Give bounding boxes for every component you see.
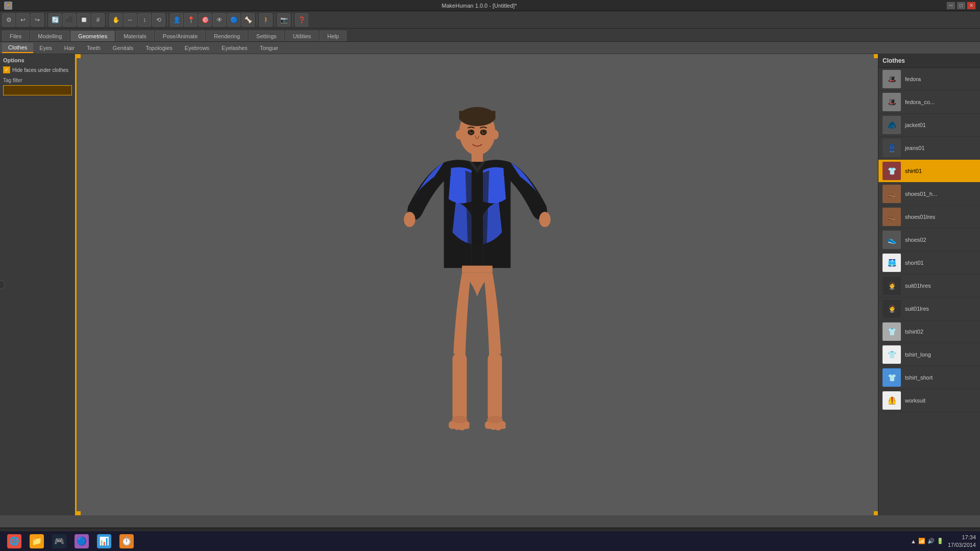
- taskbar-app-chrome[interactable]: 🌐: [4, 533, 24, 550]
- right-panel: Clothes 🎩fedora🎩fedora_co...🧥jacket01👖je…: [878, 54, 980, 515]
- toolbar-btn-9[interactable]: ↔: [124, 13, 137, 27]
- clothes-item-12[interactable]: 👕tshirt_long: [878, 343, 980, 366]
- svg-rect-9: [488, 354, 502, 420]
- clothes-item-6[interactable]: 👞shoes01lres: [878, 206, 980, 229]
- sub-tabs: Clothes Eyes Hair Teeth Genitals Topolog…: [0, 42, 980, 54]
- app-icon: 🧍: [4, 2, 12, 10]
- tab-pose-animate[interactable]: Pose/Animate: [155, 31, 205, 41]
- toolbar-btn-3[interactable]: ↪: [31, 13, 44, 27]
- clothes-item-2[interactable]: 🧥jacket01: [878, 114, 980, 137]
- clothes-item-14[interactable]: 🦺worksuit: [878, 389, 980, 412]
- clothes-item-1[interactable]: 🎩fedora_co...: [878, 91, 980, 114]
- clothes-item-name-12: tshirt_long: [905, 352, 976, 358]
- taskbar-app-files[interactable]: 📁: [27, 533, 47, 550]
- toolbar-btn-1[interactable]: ⚙: [2, 13, 15, 27]
- subtab-tongue[interactable]: Tongue: [254, 43, 284, 53]
- clothes-item-7[interactable]: 👟shoes02: [878, 229, 980, 252]
- taskbar-app-app4[interactable]: 🔵: [71, 533, 92, 550]
- clothes-thumb-11: 👕: [883, 322, 901, 341]
- clothes-item-name-8: short01: [905, 260, 976, 266]
- clothes-thumb-13: 👕: [883, 368, 901, 387]
- tab-materials[interactable]: Materials: [116, 31, 154, 41]
- tray-arrow[interactable]: ▲: [911, 538, 916, 544]
- toolbar-btn-11[interactable]: ⟲: [152, 13, 165, 27]
- taskbar-apps: 🌐📁🎮🔵📊⏱️: [4, 533, 137, 550]
- toolbar-btn-6[interactable]: 🔲: [77, 13, 90, 27]
- tag-filter-input[interactable]: [3, 85, 72, 95]
- tray-network: 📶: [918, 538, 925, 544]
- clothes-thumb-9: 🤵: [883, 277, 901, 295]
- taskbar-time: 17:34 17/03/2014: [948, 534, 976, 548]
- toolbar-btn-7[interactable]: #: [91, 13, 105, 27]
- toolbar-btn-13[interactable]: 📍: [184, 13, 198, 27]
- taskbar-right: ▲ 📶 🔊 🔋 17:34 17/03/2014: [911, 534, 976, 548]
- clothes-item-8[interactable]: 🩳short01: [878, 252, 980, 274]
- clothes-thumb-0: 🎩: [883, 70, 901, 88]
- tray-volume[interactable]: 🔊: [927, 538, 935, 544]
- subtab-teeth[interactable]: Teeth: [81, 43, 107, 53]
- tab-modelling[interactable]: Modelling: [30, 31, 69, 41]
- toolbar-btn-10[interactable]: ↕: [138, 13, 151, 27]
- toolbar-btn-12[interactable]: 👤: [170, 13, 183, 27]
- subtab-eyebrows[interactable]: Eyebrows: [179, 43, 215, 53]
- taskbar-app-app6[interactable]: ⏱️: [116, 533, 137, 550]
- options-title: Options: [3, 57, 72, 63]
- toolbar-btn-14[interactable]: 🎯: [199, 13, 212, 27]
- clothes-item-4[interactable]: 👕shirt01: [878, 160, 980, 183]
- scroll-indicator: [0, 280, 5, 289]
- svg-rect-8: [452, 354, 467, 420]
- subtab-clothes[interactable]: Clothes: [2, 43, 33, 53]
- svg-point-21: [487, 416, 503, 423]
- subtab-eyelashes[interactable]: Eyelashes: [215, 43, 254, 53]
- subtab-hair[interactable]: Hair: [58, 43, 81, 53]
- human-figure: [375, 106, 579, 463]
- tab-rendering[interactable]: Rendering: [206, 31, 248, 41]
- maximize-button[interactable]: □: [957, 2, 966, 10]
- taskbar-app-icon-files: 📁: [30, 534, 44, 548]
- subtab-genitals[interactable]: Genitals: [107, 43, 139, 53]
- clothes-item-name-10: suit01lres: [905, 306, 976, 312]
- tab-help[interactable]: Help: [320, 31, 347, 41]
- separator-1: [46, 14, 46, 26]
- tab-geometries[interactable]: Geometries: [70, 31, 115, 41]
- toolbar-btn-19[interactable]: 📷: [277, 13, 290, 27]
- toolbar-btn-17[interactable]: 🦴: [241, 13, 255, 27]
- hide-faces-checkbox[interactable]: [3, 66, 10, 73]
- taskbar-app-app5[interactable]: 📊: [94, 533, 114, 550]
- clothes-thumb-12: 👕: [883, 345, 901, 364]
- svg-rect-2: [459, 111, 496, 119]
- toolbar-btn-15[interactable]: 👁: [213, 13, 226, 27]
- clothes-item-name-6: shoes01lres: [905, 214, 976, 220]
- time-display: 17:34: [948, 534, 976, 541]
- subtab-topologies[interactable]: Topologies: [139, 43, 179, 53]
- clothes-item-name-13: tshirt_short: [905, 374, 976, 381]
- toolbar-btn-8[interactable]: ✋: [109, 13, 122, 27]
- minimize-button[interactable]: ─: [946, 2, 955, 10]
- window-title: MakeHuman 1.0.0 - [Untitled]*: [12, 3, 946, 9]
- taskbar-app-icon-app5: 📊: [97, 534, 111, 548]
- separator-2: [107, 14, 107, 26]
- clothes-item-name-3: jeans01: [905, 145, 976, 151]
- tab-settings[interactable]: Settings: [249, 31, 284, 41]
- toolbar-btn-16[interactable]: 🔵: [227, 13, 240, 27]
- svg-rect-3: [472, 152, 483, 162]
- clothes-item-5[interactable]: 👞shoes01_h...: [878, 183, 980, 206]
- toolbar-btn-18[interactable]: 🚶: [259, 13, 273, 27]
- toolbar-btn-5[interactable]: ⬛: [63, 13, 76, 27]
- clothes-item-9[interactable]: 🤵suit01hres: [878, 274, 980, 297]
- viewport[interactable]: [77, 54, 878, 515]
- toolbar-btn-20[interactable]: ❓: [295, 13, 308, 27]
- toolbar-btn-2[interactable]: ↩: [16, 13, 30, 27]
- hide-faces-option[interactable]: Hide faces under clothes: [3, 66, 72, 73]
- clothes-item-0[interactable]: 🎩fedora: [878, 68, 980, 91]
- close-button[interactable]: ✕: [967, 2, 976, 10]
- tab-utilities[interactable]: Utilities: [285, 31, 318, 41]
- clothes-item-10[interactable]: 🤵suit01lres: [878, 297, 980, 320]
- clothes-item-3[interactable]: 👖jeans01: [878, 137, 980, 160]
- subtab-eyes[interactable]: Eyes: [33, 43, 58, 53]
- taskbar-app-steam[interactable]: 🎮: [49, 533, 69, 550]
- clothes-item-11[interactable]: 👕tshirt02: [878, 320, 980, 343]
- clothes-item-13[interactable]: 👕tshirt_short: [878, 366, 980, 389]
- toolbar-btn-4[interactable]: 🔄: [48, 13, 62, 27]
- tab-files[interactable]: Files: [2, 31, 29, 41]
